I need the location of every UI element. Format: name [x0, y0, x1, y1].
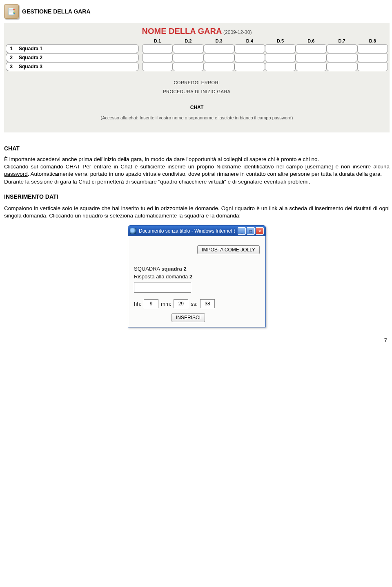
inserimento-heading: INSERIMENTO DATI: [4, 193, 390, 201]
col-d8: D.8: [357, 38, 388, 44]
col-d3: D.3: [204, 38, 234, 44]
data-cell[interactable]: [327, 53, 357, 62]
data-cell[interactable]: [234, 44, 265, 53]
data-cell[interactable]: [234, 53, 265, 62]
data-cell[interactable]: [357, 53, 388, 62]
data-cell[interactable]: [234, 62, 265, 71]
chat-heading-screenshot[interactable]: CHAT: [6, 105, 388, 110]
page-header: 📑 GESTIONE DELLA GARA: [4, 4, 390, 19]
mm-input[interactable]: [174, 299, 188, 308]
data-cell[interactable]: [296, 62, 326, 71]
table-row: 3Squadra 3: [6, 62, 388, 71]
paragraph-3: Durante la sessione di gara la Chat ci p…: [4, 178, 390, 186]
paragraph-4: Compaiono in verticale solo le squadre c…: [4, 205, 390, 220]
data-cell[interactable]: [173, 44, 203, 53]
data-cell[interactable]: [296, 53, 326, 62]
close-icon[interactable]: ×: [256, 227, 264, 235]
data-cell[interactable]: [204, 44, 234, 53]
ss-input[interactable]: [200, 299, 215, 308]
col-d2: D.2: [173, 38, 203, 44]
domanda-value: 2: [189, 273, 192, 280]
mm-label: mm:: [161, 301, 171, 307]
ie-titlebar: Documento senza titolo - Windows Interne…: [128, 226, 265, 236]
ie-favicon-icon: [130, 228, 136, 234]
correct-errors-link[interactable]: CORREGGI ERRORI: [6, 80, 388, 85]
ss-label: ss:: [191, 301, 198, 307]
data-cell[interactable]: [265, 53, 296, 62]
data-cell[interactable]: [327, 44, 357, 53]
race-date: (2009-12-30): [223, 29, 252, 35]
data-cell[interactable]: [204, 62, 234, 71]
paragraph-2: Cliccando sul comando CHAT Per entrare i…: [4, 163, 390, 178]
col-d4: D.4: [234, 38, 265, 44]
data-cell[interactable]: [142, 53, 173, 62]
page-title: GESTIONE DELLA GARA: [22, 8, 91, 15]
data-cell[interactable]: [142, 44, 173, 53]
data-cell[interactable]: [265, 44, 296, 53]
row-number: 2: [6, 53, 16, 62]
answer-input[interactable]: [134, 282, 191, 293]
data-cell[interactable]: [327, 62, 357, 71]
hh-label: hh:: [134, 301, 141, 307]
team-name: Squadra 3: [16, 62, 139, 71]
ie-dialog: Documento senza titolo - Windows Interne…: [128, 225, 266, 327]
col-d1: D.1: [142, 38, 173, 44]
col-d6: D.6: [296, 38, 326, 44]
squadra-line: SQUADRA squadra 2: [134, 266, 260, 272]
squadra-value: squadra 2: [161, 266, 186, 272]
domanda-line: Risposta alla domanda 2: [134, 273, 260, 280]
icon-glyph: 📑: [7, 8, 16, 16]
hh-input[interactable]: [144, 299, 158, 308]
time-row: hh: mm: ss:: [134, 299, 260, 308]
data-cell[interactable]: [296, 44, 326, 53]
insert-button[interactable]: INSERISCI: [172, 313, 205, 322]
minimize-icon[interactable]: _: [238, 227, 246, 235]
table-row: 2Squadra 2: [6, 53, 388, 62]
jolly-button[interactable]: IMPOSTA COME JOLLY: [197, 245, 260, 254]
col-d5: D.5: [265, 38, 296, 44]
race-panel: NOME DELLA GARA (2009-12-30) D.1 D.2 D.3…: [4, 23, 390, 132]
data-cell[interactable]: [357, 44, 388, 53]
team-name: Squadra 1: [16, 44, 139, 53]
data-cell[interactable]: [357, 62, 388, 71]
page-number: 7: [4, 337, 390, 343]
race-title-row: NOME DELLA GARA (2009-12-30): [6, 27, 388, 36]
start-procedure-link[interactable]: PROCEDURA DI INIZIO GARA: [6, 89, 388, 94]
body-text: CHAT È importante accedervi anche prima …: [4, 145, 390, 220]
race-title: NOME DELLA GARA: [142, 27, 222, 36]
data-cell[interactable]: [204, 53, 234, 62]
data-cell[interactable]: [173, 62, 203, 71]
row-number: 3: [6, 62, 16, 71]
table-row: 1Squadra 1: [6, 44, 388, 53]
race-controls: CORREGGI ERRORI PROCEDURA DI INIZIO GARA: [6, 80, 388, 94]
maximize-icon[interactable]: □: [247, 227, 255, 235]
data-cell[interactable]: [142, 62, 173, 71]
race-table: D.1 D.2 D.3 D.4 D.5 D.6 D.7 D.8 1Squadra…: [6, 38, 388, 71]
team-name: Squadra 2: [16, 53, 139, 62]
data-cell[interactable]: [265, 62, 296, 71]
ie-window-title: Documento senza titolo - Windows Interne…: [139, 228, 235, 234]
paragraph-1: È importante accedervi anche prima dell'…: [4, 156, 390, 163]
chat-section-heading: CHAT: [4, 145, 390, 152]
row-number: 1: [6, 44, 16, 53]
dialog-wrapper: Documento senza titolo - Windows Interne…: [4, 225, 390, 327]
data-cell[interactable]: [173, 53, 203, 62]
col-d7: D.7: [327, 38, 357, 44]
ie-dialog-body: IMPOSTA COME JOLLY SQUADRA squadra 2 Ris…: [128, 236, 265, 327]
chat-hint-text: (Accesso alla chat: Inserite il vostro n…: [6, 115, 388, 120]
document-icon: 📑: [4, 4, 19, 19]
